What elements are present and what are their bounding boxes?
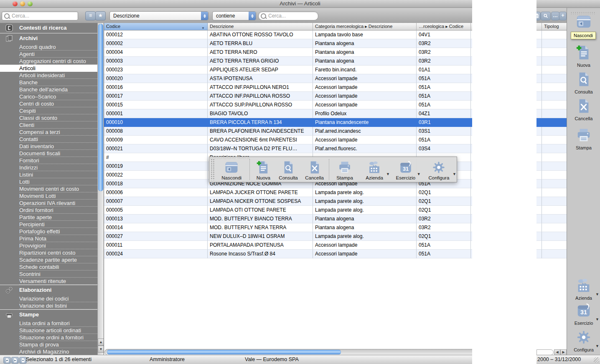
overlay-configura-button[interactable]: Configura▼ <box>421 157 457 182</box>
scroll-down-button[interactable]: ▼ <box>98 346 104 353</box>
cell-cat_codice: 03S4 <box>417 144 471 153</box>
page-up-button[interactable] <box>3 357 11 364</box>
sidebar-item-clienti[interactable]: Clienti <box>0 121 97 129</box>
sidebar-item-lotti[interactable]: Lotti <box>0 178 97 185</box>
add-button[interactable]: + <box>559 12 567 20</box>
panel-azienda-button[interactable]: Azienda▼ <box>567 278 600 301</box>
sidebar-item-prima-nota[interactable]: Prima Nota <box>0 235 97 242</box>
overlay-consulta-button[interactable]: Consulta <box>275 157 302 182</box>
overlay-esercizio-button[interactable]: 31Esercizio▼ <box>390 157 421 182</box>
sidebar-item-lista-ordini-a-fornitori[interactable]: Lista ordini a fornitori <box>0 320 97 327</box>
sidebar-item-carico-scarico[interactable]: Carico–Scarico <box>0 93 97 100</box>
cell-blank <box>542 241 567 250</box>
new-document-icon <box>576 45 592 61</box>
toolbar-drag-handle-icon[interactable] <box>211 159 215 180</box>
cell-descrizione: LAMPADA NICKER OTTONE SOSPESA <box>208 197 313 206</box>
sidebar-item-partite-aperte[interactable]: Partite aperte <box>0 214 97 221</box>
column-header-Tipolog[interactable]: Tipolog <box>542 23 567 30</box>
sidebar-item-documenti-fiscali[interactable]: Documenti fiscali <box>0 150 97 157</box>
sidebar-search-input[interactable] <box>11 13 78 19</box>
zoom-search-button[interactable] <box>541 12 551 20</box>
sidebar-item-articoli[interactable]: Articoli <box>0 65 97 72</box>
cell-descrizione: APPLIQUES ATELIER SEDAP <box>208 66 313 74</box>
sidebar-item-articoli-indesiderati[interactable]: Articoli indesiderati <box>0 72 97 79</box>
table-horizontal-scrollbar-thumb[interactable] <box>107 350 341 354</box>
column-header-Categoria merceologica ▸ Descrizione[interactable]: Categoria merceologica ▸ Descrizione <box>313 23 417 30</box>
panel-configura-button[interactable]: Configura▼ <box>567 329 600 352</box>
sidebar-item-banche[interactable]: Banche <box>0 79 97 86</box>
sidebar-item-indirizzi[interactable]: Indirizzi <box>0 164 97 171</box>
sidebar-item-operazioni-iva-rilevanti[interactable]: Operazioni IVA rilevanti <box>0 200 97 207</box>
sidebar-item-cespiti[interactable]: Cespiti <box>0 107 97 114</box>
panel-consulta-button[interactable]: Consulta <box>567 71 600 94</box>
cell-blank <box>542 215 567 223</box>
column-header-Descrizione[interactable]: Descrizione <box>208 23 313 30</box>
sidebar-item-movimenti-centri-di-costo[interactable]: Movimenti centri di costo <box>0 185 97 192</box>
table-search-input[interactable] <box>267 13 318 19</box>
sidebar-item-banche-dell-azienda[interactable]: Banche dell'azienda <box>0 86 97 93</box>
overlay-nuova-button[interactable]: Nuova <box>252 157 275 182</box>
sidebar-item-versamenti-ritenute[interactable]: Versamenti ritenute <box>0 278 97 285</box>
cell-cat_codice: 051A <box>417 250 471 258</box>
overlay-azienda-button[interactable]: Azienda▼ <box>358 157 390 182</box>
sidebar-item-listini[interactable]: Listini <box>0 171 97 178</box>
panel-esercizio-button[interactable]: 31Esercizio▼ <box>567 303 600 326</box>
sidebar-item-contatti[interactable]: Contatti <box>0 136 97 143</box>
sidebar-item-classi-di-sconto[interactable]: Classi di sconto <box>0 114 97 121</box>
sidebar-scrollbar[interactable]: ▲ ▼ <box>97 23 104 355</box>
sidebar-item-ripartizioni-centri-costo[interactable]: Ripartizioni centri costo <box>0 249 97 256</box>
sidebar-item-fornitori[interactable]: Fornitori <box>0 157 97 164</box>
filter-operator-popup[interactable]: contiene <box>212 11 256 20</box>
sidebar-item-compensi-a-terzi[interactable]: Compensi a terzi <box>0 129 97 136</box>
sidebar-item-ordini-fornitori[interactable]: Ordini fornitori <box>0 207 97 214</box>
sidebar-item-variazione-dei-codici[interactable]: Variazione dei codici <box>0 295 97 302</box>
favorite-star-button[interactable]: ★ <box>95 11 106 20</box>
filter-field-popup[interactable]: Descrizione <box>109 11 208 20</box>
resize-grip-icon[interactable] <box>594 357 599 363</box>
column-header-Codice[interactable]: Codice▼ <box>104 23 208 30</box>
sidebar-section-label: Archivi <box>19 35 38 41</box>
scroll-up-button[interactable]: ▲ <box>98 339 104 346</box>
scroll-left-button[interactable]: ◀ <box>554 349 560 355</box>
filter-operator-value: contiene <box>213 13 249 19</box>
sidebar-item-stampa-di-prova[interactable]: Stampa di prova <box>0 341 97 348</box>
panel-stampa-button[interactable]: Stampa <box>567 127 600 150</box>
sidebar-item-situazione-articoli-ordinati[interactable]: Situazione articoli ordinati <box>0 327 97 334</box>
scroll-right-button[interactable]: ▶ <box>560 349 567 355</box>
sidebar-item-dati-inventario[interactable]: Dati inventario <box>0 143 97 150</box>
overlay-stampa-button[interactable]: Stampa <box>331 157 358 182</box>
cell-codice: 000014 <box>104 223 208 232</box>
sidebar-item-agenti[interactable]: Agenti <box>0 51 97 58</box>
overlay-nascondi-button[interactable]: Nascondi <box>215 157 248 182</box>
sidebar-item-situazione-ordini-a-fornitori[interactable]: Situazione ordini a fornitori <box>0 334 97 341</box>
table-search-field[interactable] <box>258 11 318 20</box>
ellipsis-button[interactable]: … <box>551 12 559 20</box>
sidebar-item-scontrini[interactable]: Scontrini <box>0 270 97 278</box>
overlay-cancella-button[interactable]: Cancella <box>301 157 328 182</box>
sidebar-item-provvigioni[interactable]: Provvigioni <box>0 242 97 249</box>
sidebar-item-scadenze-partite-aperte[interactable]: Scadenze partite aperte <box>0 256 97 263</box>
panel-nuova-button[interactable]: Nuova <box>567 45 600 68</box>
sidebar-item-schede-contabili[interactable]: Schede contabili <box>0 263 97 270</box>
page-next-button[interactable] <box>11 357 19 364</box>
secondary-horizontal-scrollbar[interactable] <box>536 349 554 355</box>
sidebar-scrollbar-thumb[interactable] <box>98 24 103 191</box>
sidebar-item-archivi-di-magazzino[interactable]: Archivi di Magazzino <box>0 348 97 355</box>
sidebar-item-accordi-quadro[interactable]: Accordi quadro <box>0 43 97 51</box>
cell-cat_codice: 03R2 <box>417 39 471 48</box>
cell-cat_codice: 01A1 <box>417 66 471 74</box>
panel-cancella-button[interactable]: Cancella <box>567 98 600 121</box>
panel-button-label: Cancella <box>567 116 600 121</box>
column-header-…rceologica ▸ Codice[interactable]: …rceologica ▸ Codice <box>417 23 471 30</box>
table-horizontal-scrollbar[interactable] <box>104 349 536 355</box>
sidebar-item-movimenti-lotti[interactable]: Movimenti Lotti <box>0 192 97 200</box>
svg-text:31: 31 <box>403 166 409 172</box>
sidebar-item-centri-di-costo[interactable]: Centri di costo <box>0 100 97 107</box>
cell-categoria: Accessori lampade <box>313 83 417 92</box>
sidebar-item-portafoglio-effetti[interactable]: Portafoglio effetti <box>0 228 97 235</box>
sidebar-item-variazione-dei-listini[interactable]: Variazione dei listini <box>0 302 97 309</box>
sidebar-item-aggregazioni-centri-di-costo[interactable]: Aggregazioni centri di costo <box>0 58 97 65</box>
sidebar-item-percipienti[interactable]: Percipienti <box>0 221 97 228</box>
sidebar-search-field[interactable] <box>2 11 78 20</box>
filter-lines-button[interactable]: ≡ <box>85 11 96 20</box>
